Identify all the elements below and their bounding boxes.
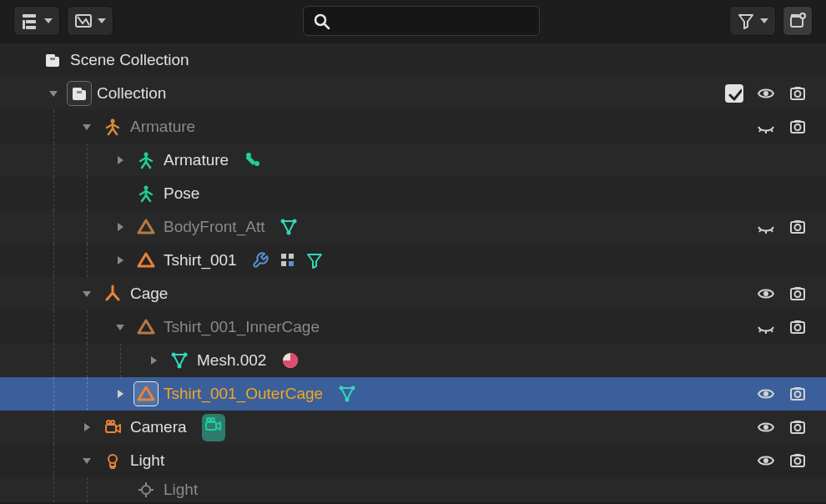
armature-data-icon (137, 151, 155, 169)
render-toggle[interactable] (788, 317, 808, 337)
scene-collection-label: Scene Collection (70, 51, 189, 69)
empty-icon (103, 285, 122, 303)
disclosure-toggle[interactable] (113, 223, 127, 231)
armature-icon (103, 118, 122, 136)
visibility-toggle[interactable] (756, 117, 776, 137)
eye-icon (757, 385, 775, 403)
outliner-tree: Scene Collection Collection Armature (0, 42, 826, 502)
render-toggle[interactable] (788, 217, 808, 237)
collection-icon (43, 51, 62, 69)
bodyfront-label: BodyFront_Att (164, 218, 264, 236)
disclosure-toggle[interactable] (113, 390, 127, 398)
light-data-icon (137, 481, 155, 499)
pose-label: Pose (164, 184, 199, 203)
mesh002-label: Mesh.002 (197, 351, 266, 370)
new-collection-button[interactable] (783, 6, 813, 36)
disclosure-toggle[interactable] (113, 256, 127, 265)
camera-render-icon (788, 84, 807, 103)
bone-icon (244, 150, 264, 170)
camera-render-icon (788, 218, 807, 236)
eye-closed-icon (757, 318, 775, 336)
render-toggle[interactable] (788, 384, 808, 404)
visibility-toggle[interactable] (756, 217, 776, 237)
disclosure-toggle[interactable] (80, 291, 93, 297)
armature-data-label: Armature (164, 151, 229, 169)
vertex-groups-icon (279, 251, 297, 270)
mesh-icon (137, 318, 155, 336)
tshirt-label: Tshirt_001 (164, 251, 237, 270)
row-innercage[interactable]: Tshirt_001_InnerCage (0, 310, 826, 344)
eye-icon (757, 418, 775, 436)
row-pose[interactable]: Pose (0, 177, 826, 210)
mesh-data-icon (338, 385, 356, 403)
exclude-checkbox[interactable] (724, 83, 744, 103)
cage-label: Cage (130, 285, 168, 303)
search-box[interactable] (303, 6, 540, 36)
mesh-data-icon (170, 351, 189, 370)
search-input[interactable] (337, 13, 531, 30)
outliner-header (0, 0, 826, 42)
eye-icon (757, 84, 775, 103)
disclosure-toggle[interactable] (113, 325, 127, 330)
visibility-toggle[interactable] (756, 317, 776, 337)
outercage-label: Tshirt_001_OuterCage (164, 385, 323, 403)
light-icon (103, 451, 122, 470)
new-collection-icon (788, 12, 807, 30)
row-mesh002[interactable]: Mesh.002 (0, 344, 826, 377)
row-collection[interactable]: Collection (0, 77, 826, 110)
render-toggle[interactable] (788, 117, 808, 137)
camera-render-icon (788, 118, 807, 136)
camera-icon (103, 418, 122, 436)
eye-icon (757, 285, 775, 303)
view-mode-dropdown[interactable] (67, 6, 113, 36)
check-icon (727, 86, 742, 101)
search-icon (312, 12, 330, 30)
light-data-label: Light (164, 481, 198, 499)
pose-icon (137, 184, 155, 203)
row-light[interactable]: Light (0, 444, 826, 477)
render-toggle[interactable] (788, 417, 808, 437)
camera-label: Camera (130, 418, 187, 436)
disclosure-toggle[interactable] (147, 356, 160, 365)
camera-render-icon (788, 318, 807, 336)
disclosure-toggle[interactable] (113, 156, 127, 164)
visibility-toggle[interactable] (756, 417, 776, 437)
modifier-icon (252, 251, 270, 270)
eye-icon (757, 451, 775, 470)
innercage-label: Tshirt_001_InnerCage (164, 318, 320, 336)
row-outercage[interactable]: Tshirt_001_OuterCage (0, 377, 826, 411)
funnel-icon (737, 12, 755, 30)
row-light-data[interactable]: Light (0, 477, 826, 502)
eye-closed-icon (757, 218, 775, 236)
mesh-icon (137, 218, 155, 236)
filter-dropdown[interactable] (729, 6, 776, 36)
mesh-icon (137, 385, 155, 403)
visibility-toggle[interactable] (756, 384, 776, 404)
row-scene-collection[interactable]: Scene Collection (0, 43, 826, 77)
disclosure-toggle[interactable] (80, 458, 93, 464)
row-camera[interactable]: Camera (0, 411, 826, 444)
mesh-data-icon (305, 251, 324, 270)
render-toggle[interactable] (788, 284, 808, 304)
collection-icon (70, 84, 88, 103)
material-icon (281, 351, 300, 370)
row-cage[interactable]: Cage (0, 277, 826, 310)
eye-closed-icon (757, 118, 775, 136)
display-mode-dropdown[interactable] (13, 6, 60, 36)
disclosure-toggle[interactable] (47, 91, 60, 97)
row-armature-data[interactable]: Armature (0, 144, 826, 177)
visibility-toggle[interactable] (756, 83, 776, 103)
mesh-icon (137, 251, 155, 270)
render-toggle[interactable] (788, 451, 808, 471)
row-armature-object[interactable]: Armature (0, 110, 826, 144)
camera-render-icon (788, 385, 807, 403)
visibility-toggle[interactable] (756, 451, 776, 471)
row-tshirt[interactable]: Tshirt_001 (0, 244, 826, 277)
camera-render-icon (788, 451, 807, 470)
disclosure-toggle[interactable] (80, 423, 93, 431)
visibility-toggle[interactable] (756, 284, 776, 304)
row-bodyfront[interactable]: BodyFront_Att (0, 210, 826, 244)
light-label: Light (130, 451, 164, 470)
disclosure-toggle[interactable] (80, 124, 93, 130)
render-toggle[interactable] (788, 83, 808, 103)
